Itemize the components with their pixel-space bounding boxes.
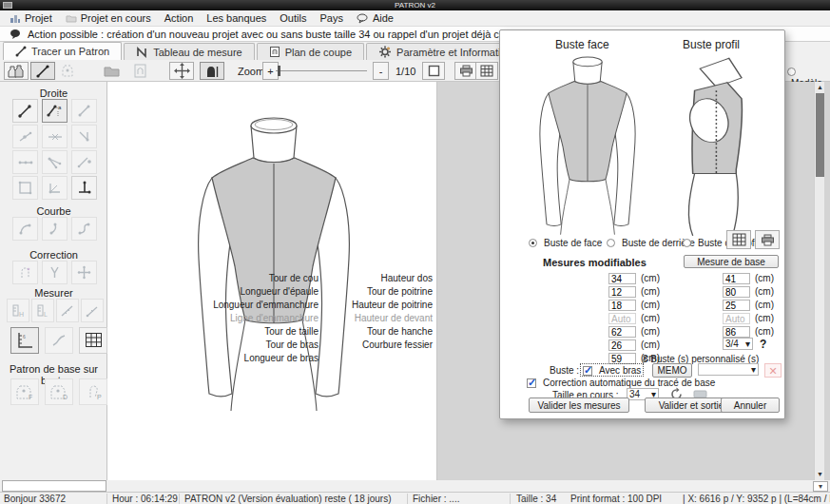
tool-segment[interactable] bbox=[12, 99, 38, 123]
segment-gray-icon bbox=[77, 104, 91, 118]
tour-de-bras-input[interactable] bbox=[608, 339, 636, 351]
radio-dot bbox=[607, 239, 615, 247]
tool-point-on-line[interactable] bbox=[12, 125, 38, 148]
tool-buste-profil[interactable]: P bbox=[79, 378, 107, 405]
offset-point-icon bbox=[77, 155, 91, 169]
tool-measure-h[interactable]: H bbox=[7, 299, 29, 322]
grid-button[interactable] bbox=[475, 62, 498, 80]
menu-les-banques[interactable]: Les banques bbox=[200, 11, 273, 25]
radio-buste-de-profile[interactable]: Buste de profile bbox=[683, 237, 764, 248]
tool-perpendicular[interactable] bbox=[71, 176, 97, 200]
page-frame-button[interactable] bbox=[422, 62, 445, 80]
menu-projet-en-cours[interactable]: Projet en cours bbox=[59, 11, 158, 25]
tool-angle-lines[interactable] bbox=[42, 176, 68, 200]
memo-delete-button[interactable]: ✕ bbox=[764, 363, 782, 378]
status-version: PATRON v2 (Version évaluation) reste ( 1… bbox=[184, 494, 392, 504]
dialog-grid-button[interactable] bbox=[726, 230, 751, 249]
tool-divided-line[interactable] bbox=[12, 150, 38, 174]
courbure-help[interactable]: ? bbox=[760, 338, 766, 351]
tour-de-poitrine-input[interactable] bbox=[723, 286, 750, 298]
radio-buste-de-derriere[interactable]: Buste de derrière bbox=[607, 237, 695, 248]
buste-profile-tool-button[interactable] bbox=[200, 62, 224, 80]
page-buste-button[interactable] bbox=[127, 62, 152, 80]
tour-de-cou-input[interactable] bbox=[608, 273, 636, 284]
courbure-fessier-select[interactable]: 3/4▾ bbox=[723, 338, 753, 350]
svg-text:F: F bbox=[29, 394, 32, 400]
avec-bras-checkbox[interactable]: Avec bras bbox=[581, 364, 643, 376]
buste-face-title: Buste face bbox=[555, 38, 609, 51]
buste-pair-button[interactable] bbox=[4, 62, 29, 80]
move-button[interactable] bbox=[169, 62, 194, 80]
longueur-epaule-input[interactable] bbox=[608, 286, 636, 298]
zoom-out-button[interactable]: - bbox=[373, 62, 389, 80]
tool-perpendicular-drop[interactable] bbox=[71, 125, 97, 148]
tool-offset-point[interactable] bbox=[71, 150, 97, 174]
tool-buste-face[interactable]: F bbox=[10, 378, 39, 405]
tool-curve-2[interactable] bbox=[42, 217, 68, 241]
tool-segment-angle[interactable]: -a bbox=[42, 99, 68, 123]
mini-dropdown[interactable]: ▾ bbox=[813, 481, 828, 492]
zoom-slider-thumb[interactable] bbox=[278, 66, 280, 76]
valider-les-mesures-button[interactable]: Valider les mesures bbox=[529, 397, 629, 413]
tool-segment-gray[interactable] bbox=[71, 99, 97, 123]
tool-measure-diag1[interactable] bbox=[56, 299, 79, 322]
tool-middle-point[interactable] bbox=[42, 125, 68, 148]
annuler-button[interactable]: Annuler bbox=[721, 397, 780, 413]
scroll-down-icon[interactable]: ▼ bbox=[815, 470, 825, 479]
tool-measure-curve[interactable] bbox=[45, 327, 73, 354]
memo-button[interactable]: MEMO bbox=[652, 363, 692, 378]
radio-buste-de-face[interactable]: Buste de face bbox=[529, 237, 602, 248]
tool-correction-y[interactable] bbox=[42, 261, 68, 284]
tool-buste-dos[interactable]: D bbox=[45, 378, 73, 405]
tool-corner-ruler[interactable]: 6 bbox=[10, 327, 39, 354]
menu-aide[interactable]: Aide bbox=[350, 11, 400, 25]
longueur-emmanchure-input[interactable] bbox=[608, 300, 636, 311]
buste-dotted-button[interactable] bbox=[55, 62, 80, 80]
tool-measure-l[interactable]: L bbox=[31, 299, 54, 322]
open-folder-button[interactable] bbox=[99, 62, 124, 80]
menu-pays[interactable]: Pays bbox=[313, 11, 349, 25]
tool-correction-move[interactable] bbox=[71, 261, 97, 284]
tab-tableau-de-mesure[interactable]: Tableau de mesure bbox=[124, 43, 255, 60]
svg-text:D: D bbox=[63, 394, 68, 400]
tool-curve-3[interactable] bbox=[71, 217, 97, 241]
line-tool-button[interactable] bbox=[30, 62, 55, 80]
mesure-de-base-button[interactable]: Mesure de base bbox=[684, 255, 779, 268]
tool-correction-buste[interactable] bbox=[12, 261, 38, 284]
bottom-input[interactable] bbox=[2, 480, 106, 492]
memo-select[interactable]: ▾ bbox=[698, 363, 759, 376]
segment-angle-icon: -a bbox=[47, 104, 63, 118]
line-tool-icon bbox=[15, 46, 27, 57]
printer-icon bbox=[761, 234, 775, 246]
measure-table-icon bbox=[136, 47, 148, 58]
dialog-print-button[interactable] bbox=[755, 230, 780, 249]
tool-rectangle[interactable] bbox=[12, 176, 38, 200]
tab-plan-de-coupe[interactable]: Plan de coupe bbox=[257, 43, 364, 60]
scroll-thumb[interactable] bbox=[816, 93, 824, 177]
measure-curve-icon bbox=[50, 332, 68, 349]
tool-fork-lines[interactable] bbox=[42, 150, 68, 174]
tool-measure-diag2[interactable] bbox=[81, 299, 104, 322]
scroll-up-icon[interactable]: ▲ bbox=[815, 83, 825, 92]
menu-action[interactable]: Action bbox=[158, 11, 201, 25]
hauteur-de-poitrine-input[interactable] bbox=[723, 300, 750, 311]
canvas-vscrollbar[interactable]: ▲ ▼ bbox=[814, 82, 824, 480]
tour-de-taille-input[interactable] bbox=[608, 326, 636, 338]
correction-auto-checkbox[interactable]: Correction automatique du tracé de base bbox=[527, 377, 715, 388]
curve3-icon bbox=[77, 222, 91, 236]
printer-icon bbox=[459, 65, 473, 77]
longueur-de-bras-input[interactable] bbox=[608, 353, 636, 364]
buste-profil-title: Buste profil bbox=[683, 38, 740, 51]
menu-outils[interactable]: Outils bbox=[273, 11, 313, 25]
section-correction: Correction bbox=[0, 249, 107, 261]
menu-projet[interactable]: Projet bbox=[3, 11, 59, 25]
print-button[interactable] bbox=[454, 62, 477, 80]
tab-tracer-un-patron[interactable]: Tracer un Patron bbox=[3, 42, 122, 60]
zoom-slider-track[interactable] bbox=[276, 70, 367, 71]
tour-de-hanche-input[interactable] bbox=[723, 326, 750, 338]
tool-curve-1[interactable] bbox=[12, 217, 38, 241]
hauteur-dos-input[interactable] bbox=[723, 273, 750, 284]
courbure-fessier-label: Courbure fessier bbox=[290, 339, 433, 350]
tool-measure-table[interactable] bbox=[79, 327, 107, 354]
field-label: Longueur de bras bbox=[176, 353, 318, 363]
